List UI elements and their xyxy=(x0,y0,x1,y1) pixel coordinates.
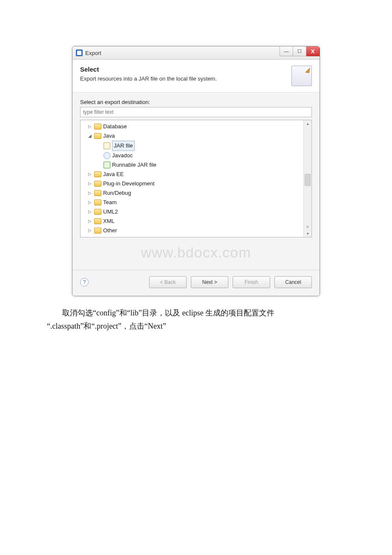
scroll-up-icon[interactable]: ▴ xyxy=(307,120,309,127)
banner-description: Export resources into a JAR file on the … xyxy=(80,75,291,82)
help-icon: ? xyxy=(83,279,86,285)
banner-title: Select xyxy=(80,66,291,73)
folder-icon xyxy=(94,190,101,196)
window-controls: — ☐ X xyxy=(280,46,320,59)
tree-item-label: Team xyxy=(103,198,117,207)
expander-icon[interactable]: ▷ xyxy=(88,122,92,131)
folder-icon xyxy=(94,209,101,215)
caption-paragraph: 取消勾选“config”和“lib”目录，以及 eclipse 生成的项目配置文… xyxy=(47,306,345,332)
tree-item[interactable]: JAR file xyxy=(88,141,303,151)
tree-item-label: UML2 xyxy=(103,207,118,217)
tree-item-label: Javadoc xyxy=(112,151,133,160)
tree-item-label: Runnable JAR file xyxy=(112,160,156,170)
back-button[interactable]: < Back xyxy=(149,276,187,288)
expander-icon[interactable]: ▷ xyxy=(88,207,92,217)
tree-item[interactable]: Javadoc xyxy=(88,151,303,160)
export-dialog: Export — ☐ X Select Export resources int… xyxy=(72,46,320,296)
tree-folder[interactable]: ▷Team xyxy=(88,198,303,207)
tree-folder[interactable]: ▷Other xyxy=(88,226,303,235)
folder-icon xyxy=(94,199,101,205)
tree-folder[interactable]: ▷UML2 xyxy=(88,207,303,217)
tree-item[interactable]: Runnable JAR file xyxy=(88,160,303,170)
tree-item-label: Other xyxy=(103,226,117,235)
destination-tree[interactable]: ▷Database◢JavaJAR fileJavadocRunnable JA… xyxy=(81,120,303,237)
expander-icon[interactable]: ◢ xyxy=(88,131,92,141)
tree-item-label: Database xyxy=(103,122,127,131)
tree-folder[interactable]: ▷Database xyxy=(88,122,303,131)
destination-tree-container: ▷Database◢JavaJAR fileJavadocRunnable JA… xyxy=(80,120,312,237)
close-button[interactable]: X xyxy=(306,46,320,56)
help-button[interactable]: ? xyxy=(80,278,89,286)
app-icon xyxy=(76,49,83,56)
minimize-icon: — xyxy=(284,49,289,54)
cancel-button[interactable]: Cancel xyxy=(274,276,312,288)
expander-icon[interactable]: ▷ xyxy=(88,217,92,226)
tree-item-label: JAR file xyxy=(112,141,135,151)
folder-icon xyxy=(94,133,101,139)
expander-icon[interactable]: ▷ xyxy=(88,179,92,188)
maximize-button[interactable]: ☐ xyxy=(293,46,306,56)
tree-folder[interactable]: ▷Run/Debug xyxy=(88,188,303,198)
folder-icon xyxy=(94,228,101,234)
expander-icon[interactable]: ▷ xyxy=(88,170,92,179)
scroll-mid-icon: ≡ xyxy=(306,223,308,230)
scroll-thumb[interactable] xyxy=(305,174,311,186)
finish-button[interactable]: Finish xyxy=(233,276,270,288)
maximize-icon: ☐ xyxy=(297,49,302,54)
expander-icon[interactable]: ▷ xyxy=(88,198,92,207)
tree-folder[interactable]: ▷Plug-in Development xyxy=(88,179,303,188)
tree-item-label: Run/Debug xyxy=(103,188,131,198)
tree-item-label: XML xyxy=(103,217,115,226)
folder-icon xyxy=(94,124,101,130)
next-button[interactable]: Next > xyxy=(191,276,228,288)
window-title: Export xyxy=(85,50,101,56)
tree-folder[interactable]: ▷Java EE xyxy=(88,170,303,179)
tree-folder[interactable]: ◢Java xyxy=(88,131,303,141)
runnable-jar-icon xyxy=(104,162,110,168)
jar-file-icon xyxy=(104,142,110,149)
scroll-track[interactable] xyxy=(304,127,311,223)
folder-icon xyxy=(94,181,101,187)
folder-icon xyxy=(94,218,101,224)
filter-input[interactable] xyxy=(80,107,312,117)
close-icon: X xyxy=(311,48,315,55)
destination-label: Select an export destination: xyxy=(80,99,312,105)
scroll-down-icon[interactable]: ▾ xyxy=(307,230,309,237)
expander-icon[interactable]: ▷ xyxy=(88,226,92,235)
minimize-button[interactable]: — xyxy=(280,46,293,56)
expander-icon[interactable]: ▷ xyxy=(88,188,92,198)
tree-item-label: Java xyxy=(103,131,115,141)
export-icon xyxy=(291,66,312,86)
wizard-body: Select an export destination: ▷Database◢… xyxy=(72,92,320,270)
javadoc-icon xyxy=(104,152,110,159)
wizard-banner: Select Export resources into a JAR file … xyxy=(72,60,320,92)
caption-line-1: 取消勾选“config”和“lib”目录，以及 eclipse 生成的项目配置文… xyxy=(47,306,345,320)
caption-line-2: “.classpath”和“.project”，点击“Next” xyxy=(47,322,166,330)
title-bar: Export — ☐ X xyxy=(72,46,320,60)
tree-item-label: Java EE xyxy=(103,170,124,179)
tree-scrollbar[interactable]: ▴ ≡ ▾ xyxy=(303,120,311,237)
tree-folder[interactable]: ▷XML xyxy=(88,217,303,226)
watermark-text: www.bdocx.com xyxy=(80,237,312,267)
folder-icon xyxy=(94,171,101,177)
wizard-footer: ? < Back Next > Finish Cancel xyxy=(72,270,320,296)
tree-item-label: Plug-in Development xyxy=(103,179,155,188)
